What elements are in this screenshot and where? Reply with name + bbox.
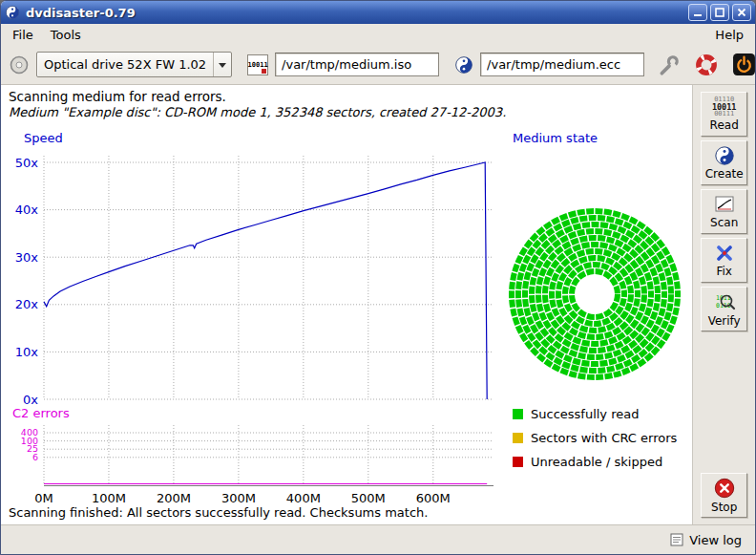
svg-text:0x: 0x	[23, 393, 38, 407]
close-icon	[737, 8, 746, 17]
drive-select-arrow[interactable]	[213, 53, 231, 76]
c2-errors-chart: 400100256	[21, 425, 494, 486]
legend-label: Successfully read	[531, 407, 639, 421]
view-log-button[interactable]: View log	[666, 531, 746, 549]
maximize-icon	[715, 8, 724, 17]
help-button[interactable]	[695, 53, 718, 76]
power-icon	[732, 53, 756, 76]
preferences-button[interactable]	[658, 53, 681, 76]
svg-text:50x: 50x	[15, 156, 39, 170]
svg-text:20x: 20x	[15, 297, 39, 311]
binary-read-icon: 01110 10011 00111	[712, 96, 737, 118]
window-title: dvdisaster-0.79	[26, 6, 136, 20]
magnifier-icon: 1011 0110	[713, 290, 736, 313]
content-area: 0x10x20x30x40x50x0M100M200M300M400M500M6…	[1, 85, 755, 524]
svg-text:600M: 600M	[416, 491, 451, 505]
create-button-label: Create	[705, 167, 744, 181]
medium-state-title: Medium state	[513, 131, 598, 145]
fix-button[interactable]: Fix	[701, 238, 747, 283]
svg-text:500M: 500M	[351, 491, 386, 505]
stop-button[interactable]: Stop	[701, 473, 747, 518]
svg-text:300M: 300M	[221, 491, 256, 505]
legend-item-success: Successfully read	[513, 407, 639, 420]
unreadable-swatch	[513, 457, 523, 467]
verify-button[interactable]: 1011 0110 Verify	[701, 287, 747, 331]
svg-text:0M: 0M	[34, 491, 53, 505]
svg-text:400M: 400M	[286, 491, 321, 505]
fix-button-label: Fix	[716, 265, 731, 278]
scan-result-text: Scanning finished: All sectors successfu…	[9, 505, 428, 520]
menubar: File Tools Help	[1, 24, 755, 45]
app-window: dvdisaster-0.79 File Tools Help Optical …	[0, 0, 756, 555]
yin-yang-icon	[714, 145, 735, 166]
drive-icon	[9, 54, 30, 75]
minimize-button[interactable]	[688, 4, 707, 21]
menu-tools[interactable]: Tools	[42, 26, 90, 44]
crc-swatch	[513, 433, 523, 443]
tools-icon	[714, 243, 735, 264]
view-log-label: View log	[689, 533, 742, 547]
menu-help[interactable]: Help	[706, 26, 752, 44]
quit-button[interactable]	[732, 53, 756, 76]
create-button[interactable]: Create	[701, 140, 747, 185]
ecc-file-icon	[454, 55, 473, 75]
legend-label: Sectors with CRC errors	[531, 431, 677, 445]
verify-button-label: Verify	[708, 314, 741, 328]
status-line-2: Medium "Example disc": CD-ROM mode 1, 35…	[9, 105, 506, 119]
svg-text:6: 6	[32, 452, 38, 462]
stop-button-label: Stop	[711, 501, 737, 514]
legend-item-crc: Sectors with CRC errors	[513, 431, 677, 444]
medium-state-disc	[512, 211, 678, 377]
stop-icon	[713, 477, 736, 500]
speed-chart: 0x10x20x30x40x50x0M100M200M300M400M500M6…	[15, 156, 494, 506]
titlebar[interactable]: dvdisaster-0.79	[1, 1, 755, 24]
app-icon	[5, 5, 20, 20]
scan-button-label: Scan	[710, 216, 738, 229]
status-line-1: Scanning medium for read errors.	[9, 89, 226, 104]
lifebuoy-icon	[695, 53, 718, 76]
visualization-panel: 0x10x20x30x40x50x0M100M200M300M400M500M6…	[1, 85, 692, 524]
toolbar: Optical drive 52X FW 1.02 10011	[1, 45, 755, 85]
iso-file-icon: 10011	[247, 54, 268, 75]
c2-errors-title: C2 errors	[12, 406, 70, 420]
svg-text:200M: 200M	[157, 491, 191, 505]
drive-select-value: Optical drive 52X FW 1.02	[37, 57, 213, 72]
svg-text:10x: 10x	[15, 345, 39, 359]
legend-item-unreadable: Unreadable / skipped	[513, 455, 662, 468]
maximize-button[interactable]	[710, 4, 729, 21]
scan-button[interactable]: Scan	[701, 189, 747, 234]
read-button-label: Read	[710, 118, 739, 132]
svg-text:40x: 40x	[15, 203, 39, 217]
drive-select[interactable]: Optical drive 52X FW 1.02	[36, 52, 232, 77]
close-button[interactable]	[732, 4, 751, 21]
action-sidebar: 01110 10011 00111 Read Create Scan Fix	[692, 85, 755, 524]
ecc-path-input[interactable]	[480, 53, 644, 76]
log-icon	[670, 533, 683, 546]
chevron-down-icon	[219, 63, 226, 72]
menu-file[interactable]: File	[4, 26, 42, 44]
wrench-icon	[658, 53, 681, 76]
iso-path-input[interactable]	[275, 53, 439, 76]
svg-text:30x: 30x	[15, 250, 39, 265]
minimize-icon	[693, 8, 703, 17]
success-swatch	[513, 409, 523, 419]
read-button[interactable]: 01110 10011 00111 Read	[701, 92, 747, 137]
bottombar: View log	[1, 524, 755, 554]
chart-icon	[714, 194, 735, 215]
legend-label: Unreadable / skipped	[531, 455, 662, 469]
svg-text:100M: 100M	[92, 491, 126, 505]
speed-chart-title: Speed	[24, 131, 63, 145]
